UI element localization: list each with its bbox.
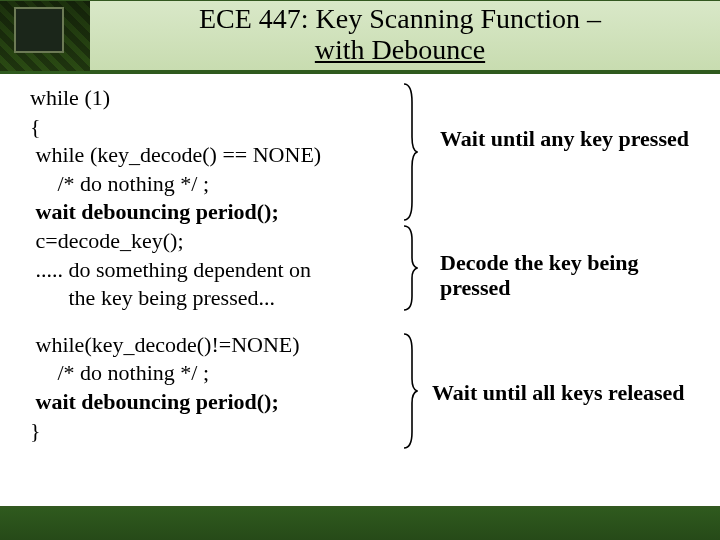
- code-line: }: [30, 417, 420, 446]
- code-line: c=decode_key();: [30, 227, 420, 256]
- code-line: /* do nothing */ ;: [30, 359, 420, 388]
- code-line: while (1): [30, 84, 420, 113]
- brace-icon: [400, 82, 414, 222]
- code-line: wait debouncing period();: [30, 388, 420, 417]
- title-line-1: ECE 447: Key Scanning Function –: [199, 3, 601, 34]
- code-line: /* do nothing */ ;: [30, 170, 420, 199]
- code-line: the key being pressed...: [30, 284, 420, 313]
- chip-thumbnail: [0, 1, 90, 71]
- title-line-2: with Debounce: [315, 34, 485, 65]
- slide-title: ECE 447: Key Scanning Function – with De…: [90, 4, 720, 68]
- annotation-wait-press: Wait until any key pressed: [440, 126, 689, 151]
- slide-header: ECE 447: Key Scanning Function – with De…: [0, 0, 720, 74]
- code-line: while (key_decode() == NONE): [30, 141, 420, 170]
- code-line: while(key_decode()!=NONE): [30, 331, 420, 360]
- brace-icon: [400, 332, 414, 450]
- code-line: {: [30, 113, 420, 142]
- slide-footer: [0, 506, 720, 540]
- annotation-decode: Decode the key being pressed: [440, 250, 700, 301]
- code-block: while (1) { while (key_decode() == NONE)…: [30, 84, 420, 445]
- annotation-wait-release: Wait until all keys released: [432, 380, 685, 405]
- code-line: ..... do something dependent on: [30, 256, 420, 285]
- code-line: wait debouncing period();: [30, 198, 420, 227]
- brace-icon: [400, 224, 414, 312]
- slide-body: while (1) { while (key_decode() == NONE)…: [0, 74, 720, 445]
- code-blank-line: [30, 313, 420, 331]
